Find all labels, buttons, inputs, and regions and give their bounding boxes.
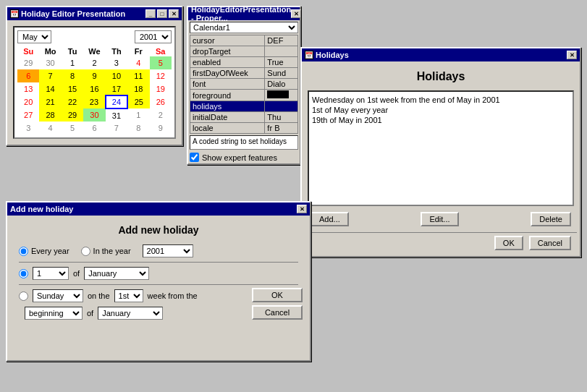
- add-holiday-cancel-button[interactable]: Cancel: [252, 305, 303, 320]
- calendar-day[interactable]: 26: [150, 95, 172, 108]
- day-of-month-radio[interactable]: [19, 269, 28, 278]
- props-combo[interactable]: Calendar1: [190, 22, 298, 33]
- add-holiday-title: Add new holiday: [10, 205, 73, 213]
- calendar-day[interactable]: 4: [127, 56, 149, 69]
- calendar-day[interactable]: 30: [39, 56, 61, 69]
- calendar-day[interactable]: 31: [106, 108, 127, 122]
- calendar-day[interactable]: 4: [39, 122, 61, 135]
- calendar-day[interactable]: 29: [62, 108, 83, 122]
- props-cell-name: dropTarget: [190, 46, 265, 57]
- calendar-day[interactable]: 24: [106, 95, 127, 108]
- calendar-day[interactable]: 11: [127, 69, 149, 82]
- calendar-day[interactable]: 2: [83, 56, 105, 69]
- expert-features-checkbox[interactable]: [190, 153, 199, 162]
- calendar-day[interactable]: 29: [17, 56, 39, 69]
- calendar-day[interactable]: 3: [106, 56, 127, 69]
- props-row-font[interactable]: fontDialo: [190, 79, 298, 90]
- year-select[interactable]: 2001: [135, 30, 172, 43]
- calendar-day[interactable]: 1: [127, 108, 149, 122]
- holidays-listbox[interactable]: Wednesday on 1st week from the end of Ma…: [308, 90, 574, 206]
- props-row-enabled[interactable]: enabledTrue: [190, 57, 298, 68]
- expert-features-label: Show expert features: [202, 153, 277, 162]
- maximize-btn[interactable]: □: [157, 9, 167, 18]
- holiday-item[interactable]: 19th of May in 2001: [312, 115, 570, 125]
- month-of-year-select[interactable]: JanuaryFebruaryMarchAprilMayJuneJulyAugu…: [84, 267, 149, 280]
- minimize-btn[interactable]: _: [145, 9, 156, 18]
- month-select[interactable]: May: [17, 30, 51, 43]
- props-close-btn[interactable]: ✕: [291, 9, 301, 18]
- calendar-grid: SuMoTuWeThFrSa 2930123456789101112131415…: [17, 46, 172, 135]
- calendar-day[interactable]: 13: [17, 82, 39, 95]
- calendar-day[interactable]: 9: [83, 69, 105, 82]
- close-btn[interactable]: ✕: [169, 9, 179, 18]
- calendar-inner: May 2001 SuMoTuWeThFrSa 2930123456789101…: [13, 26, 176, 139]
- month-of-year-select2[interactable]: JanuaryFebruaryMarchAprilMayJuneJulyAugu…: [98, 307, 163, 320]
- calendar-day[interactable]: 22: [62, 95, 83, 108]
- holidays-cancel-button[interactable]: Cancel: [529, 236, 571, 250]
- holidays-heading: Holidays: [305, 70, 577, 83]
- props-cell-value: Thu: [265, 112, 298, 123]
- calendar-day[interactable]: 18: [127, 82, 149, 95]
- calendar-week-row: 6789101112: [17, 69, 172, 82]
- week-from-radio[interactable]: [19, 291, 28, 301]
- calendar-day[interactable]: 30: [83, 108, 105, 122]
- calendar-day[interactable]: 20: [17, 95, 39, 108]
- calendar-day[interactable]: 5: [62, 122, 83, 135]
- props-row-initialDate[interactable]: initialDateThu: [190, 112, 298, 123]
- week-from-label: week from the: [148, 291, 198, 300]
- holidays-close-btn[interactable]: ✕: [567, 51, 577, 59]
- calendar-day[interactable]: 15: [62, 82, 83, 95]
- add-holiday-ok-button[interactable]: OK: [252, 288, 303, 302]
- calendar-day[interactable]: 3: [17, 122, 39, 135]
- holiday-item[interactable]: Wednesday on 1st week from the end of Ma…: [312, 95, 570, 105]
- edit-button[interactable]: Edit...: [421, 212, 458, 226]
- calendar-day[interactable]: 6: [83, 122, 105, 135]
- every-year-label: Every year: [19, 247, 69, 256]
- props-row-locale[interactable]: localefr B: [190, 123, 298, 134]
- calendar-day[interactable]: 10: [106, 69, 127, 82]
- calendar-day[interactable]: 7: [39, 69, 61, 82]
- position-select[interactable]: beginningend: [25, 307, 83, 320]
- calendar-day[interactable]: 12: [150, 69, 172, 82]
- add-button[interactable]: Add...: [311, 212, 349, 226]
- calendar-day[interactable]: 25: [127, 95, 149, 108]
- calendar-day[interactable]: 19: [150, 82, 172, 95]
- year-select-input[interactable]: 2001: [143, 244, 193, 257]
- props-row-dropTarget[interactable]: dropTarget: [190, 46, 298, 57]
- props-table: cursorDEFdropTargetenabledTruefirstDayOf…: [190, 35, 298, 134]
- add-holiday-close-btn[interactable]: ✕: [297, 205, 307, 213]
- calendar-day[interactable]: 5: [150, 56, 172, 69]
- calendar-day[interactable]: 7: [106, 122, 127, 135]
- calendar-day[interactable]: 17: [106, 82, 127, 95]
- calendar-day[interactable]: 1: [62, 56, 83, 69]
- color-swatch: [267, 90, 289, 98]
- day-number-select[interactable]: 1: [33, 267, 69, 280]
- props-cell-value: DEF: [265, 35, 298, 46]
- props-row-firstDayOfWeek[interactable]: firstDayOfWeekSund: [190, 68, 298, 79]
- calendar-day[interactable]: 2: [150, 108, 172, 122]
- week-number-select[interactable]: 1st: [114, 289, 143, 302]
- calendar-day[interactable]: 27: [17, 108, 39, 122]
- holiday-item[interactable]: 1st of May every year: [312, 105, 570, 115]
- calendar-day[interactable]: 14: [39, 82, 61, 95]
- delete-button[interactable]: Delete: [531, 212, 571, 226]
- calendar-day[interactable]: 9: [150, 122, 172, 135]
- props-cell-value: [265, 101, 298, 112]
- calendar-title: Holiday Editor Presentation: [21, 9, 125, 18]
- calendar-day[interactable]: 8: [62, 69, 83, 82]
- calendar-day[interactable]: 23: [83, 95, 105, 108]
- holidays-ok-button[interactable]: OK: [494, 236, 523, 250]
- calendar-day[interactable]: 16: [83, 82, 105, 95]
- day-of-week-select[interactable]: SundayMondayTuesdayWednesdayThursdayFrid…: [33, 289, 83, 302]
- calendar-day[interactable]: 28: [39, 108, 61, 122]
- props-row-cursor[interactable]: cursorDEF: [190, 35, 298, 46]
- props-row-foreground[interactable]: foreground: [190, 90, 298, 101]
- every-year-radio[interactable]: [19, 247, 28, 256]
- in-year-radio[interactable]: [81, 247, 90, 256]
- add-holiday-window: Add new holiday ✕ Add new holiday Every …: [6, 201, 311, 362]
- props-cell-value: fr B: [265, 123, 298, 134]
- calendar-day[interactable]: 8: [127, 122, 149, 135]
- props-row-holidays[interactable]: holidays: [190, 101, 298, 112]
- calendar-day[interactable]: 6: [17, 69, 39, 82]
- calendar-day[interactable]: 21: [39, 95, 61, 108]
